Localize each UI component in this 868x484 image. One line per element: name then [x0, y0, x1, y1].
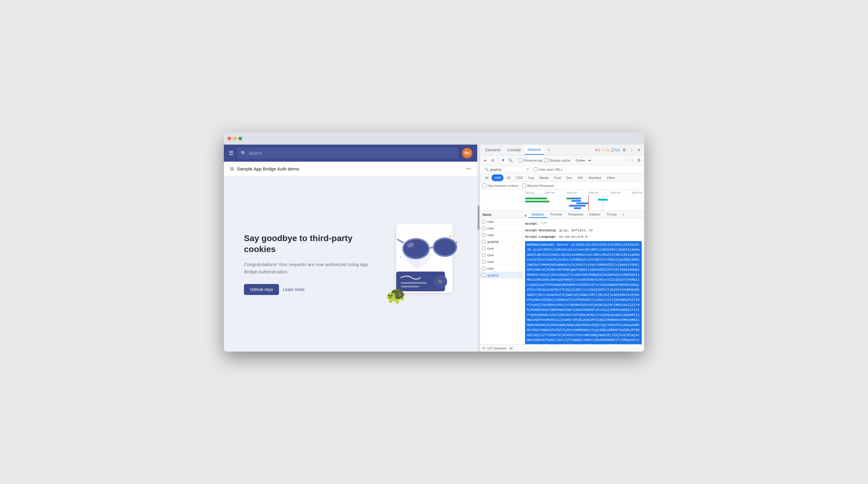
network-item-checkbox-6[interactable] — [482, 260, 486, 264]
learn-more-link[interactable]: Learn more — [283, 287, 305, 292]
search-bar[interactable]: 🔍 Search — [237, 148, 458, 159]
disable-cache-checkbox[interactable]: Disable cache — [544, 158, 570, 162]
filter-icon[interactable]: ▼ — [500, 158, 506, 163]
filter-bar: 🔍 ✕ Hide data URLs — [480, 165, 644, 174]
browser-window: ☰ 🔍 Search DU ⊞ Sample App Bridge Auth d… — [224, 132, 644, 352]
type-tab-doc[interactable]: Doc — [564, 174, 575, 181]
type-tab-other[interactable]: Other — [604, 174, 618, 181]
avatar: DU — [462, 148, 472, 158]
devtools-settings-icon[interactable]: ⚙ — [622, 147, 627, 153]
preserve-log-checkbox[interactable]: Preserve log — [518, 158, 542, 162]
network-item-1[interactable]: core — [480, 225, 522, 232]
network-item-8[interactable]: graphql — [480, 272, 522, 279]
main-scrollbar[interactable] — [477, 144, 480, 352]
clear-button[interactable]: ⊘ — [490, 158, 495, 163]
close-button[interactable] — [227, 137, 231, 140]
network-item-checkbox-2[interactable] — [482, 233, 486, 237]
page-title: Sample App Bridge Auth demo — [237, 166, 463, 171]
network-item-0[interactable]: core — [480, 218, 522, 225]
disable-cache-input[interactable] — [544, 158, 548, 162]
tab-console[interactable]: Console — [504, 146, 524, 155]
timeline-name-col — [480, 190, 523, 195]
illustration: ✦ ✦ % — [390, 224, 457, 303]
network-item-checkbox-4[interactable] — [482, 247, 486, 250]
headers-tab-preview[interactable]: Preview — [547, 211, 565, 218]
headers-tab-response[interactable]: Response — [565, 211, 587, 218]
type-tab-all[interactable]: All — [483, 174, 491, 181]
devtools-close-icon[interactable]: ✕ — [636, 147, 642, 153]
blocked-cookies-checkbox[interactable]: Has blocked cookies — [483, 184, 518, 188]
type-tab-manifest[interactable]: Manifest — [586, 174, 604, 181]
type-tab-css[interactable]: CSS — [514, 174, 525, 181]
close-headers-icon[interactable]: ✕ — [524, 214, 527, 218]
network-item-6[interactable]: core — [480, 258, 522, 265]
filter-input-wrap[interactable]: 🔍 ✕ — [483, 166, 531, 172]
error-badge: ⊘ 1 — [595, 148, 600, 152]
svg-line-11 — [457, 239, 457, 243]
network-settings-icon[interactable]: ⚙ — [636, 158, 642, 163]
headers-tabs: ✕ Headers Preview Response Initiator Tim… — [523, 211, 644, 218]
browser-content: ☰ 🔍 Search DU ⊞ Sample App Bridge Auth d… — [224, 144, 644, 352]
headers-tab-headers[interactable]: Headers — [528, 211, 547, 218]
headers-tab-timing[interactable]: Timing — [603, 211, 619, 218]
more-options-icon[interactable]: ••• — [466, 166, 471, 172]
timeline-times: 500 ms 1000 ms 1500 ms 2000 ms 2500 ms 3… — [523, 190, 644, 195]
maximize-button[interactable] — [239, 137, 242, 140]
scrollbar-thumb — [477, 205, 479, 230]
filter-clear-icon[interactable]: ✕ — [526, 167, 529, 171]
headers-tab-more[interactable]: » — [619, 211, 627, 218]
content-text: Say goodbye to third-party cookies Congr… — [244, 233, 378, 295]
type-tab-media[interactable]: Media — [537, 174, 551, 181]
tab-more[interactable]: » — [545, 146, 553, 155]
tick-1000ms: 1000 ms — [545, 191, 555, 194]
github-repo-button[interactable]: GitHub repo — [244, 284, 279, 295]
tab-network[interactable]: Network — [524, 146, 544, 155]
network-item-checkbox-8[interactable] — [482, 273, 486, 277]
minimize-button[interactable] — [233, 137, 237, 140]
export-icon[interactable]: ↓ — [629, 158, 635, 163]
devtools-tabs: Elements Console Network » ⊘ 1 — [480, 144, 644, 156]
throttle-select[interactable]: Online — [572, 157, 592, 163]
content-layout: Say goodbye to third-party cookies Congr… — [244, 224, 457, 303]
search-network-icon[interactable]: 🔍 — [508, 158, 513, 163]
tick-500ms: 500 ms — [525, 191, 534, 194]
svg-text:✦: ✦ — [399, 255, 402, 258]
network-item-3[interactable]: graphql — [480, 238, 522, 245]
type-tab-ws[interactable]: WS — [575, 174, 586, 181]
type-tab-img[interactable]: Img — [526, 174, 536, 181]
tick-3000ms: 3000 ms — [632, 191, 643, 194]
tab-elements[interactable]: Elements — [483, 146, 504, 155]
header-accept: accept: */* — [525, 221, 642, 227]
blocked-requests-checkbox[interactable]: Blocked Requests — [522, 184, 554, 188]
blocked-cookies-input[interactable] — [483, 184, 486, 188]
type-tab-font[interactable]: Font — [552, 174, 563, 181]
devtools-more-icon[interactable]: ⋮ — [629, 147, 634, 153]
hide-data-urls-checkbox[interactable]: Hide data URLs — [534, 167, 562, 171]
content-heading: Say goodbye to third-party cookies — [244, 233, 378, 255]
size-info: 16. — [509, 346, 514, 350]
blocked-requests-input[interactable] — [522, 184, 526, 188]
network-item-checkbox-0[interactable] — [482, 220, 486, 223]
type-tab-xhr[interactable]: XHR — [492, 174, 503, 181]
network-item-2[interactable]: core — [480, 232, 522, 238]
record-button[interactable]: ● — [483, 158, 488, 163]
import-icon[interactable]: ↑ — [623, 158, 628, 163]
hide-data-urls-input[interactable] — [534, 167, 537, 171]
preserve-log-input[interactable] — [518, 158, 522, 162]
network-item-5[interactable]: core — [480, 252, 522, 258]
network-item-4[interactable]: core — [480, 245, 522, 252]
network-item-checkbox-5[interactable] — [482, 253, 486, 257]
network-item-checkbox-3[interactable] — [482, 240, 486, 244]
warn-icon: ⚠ — [602, 148, 605, 152]
network-item-7[interactable]: core — [480, 265, 522, 272]
filter-input[interactable] — [490, 168, 525, 171]
grid-icon: ⊞ — [230, 166, 234, 172]
network-item-checkbox-7[interactable] — [482, 267, 486, 270]
headers-tab-initiator[interactable]: Initiator — [586, 211, 603, 218]
type-tab-js[interactable]: JS — [504, 174, 513, 181]
network-item-checkbox-1[interactable] — [482, 226, 486, 230]
hamburger-icon[interactable]: ☰ — [229, 150, 234, 157]
button-group: GitHub repo Learn more — [244, 284, 378, 295]
requests-count: 9 / 127 requests — [483, 346, 506, 350]
tick-2000ms: 2000 ms — [588, 191, 599, 194]
